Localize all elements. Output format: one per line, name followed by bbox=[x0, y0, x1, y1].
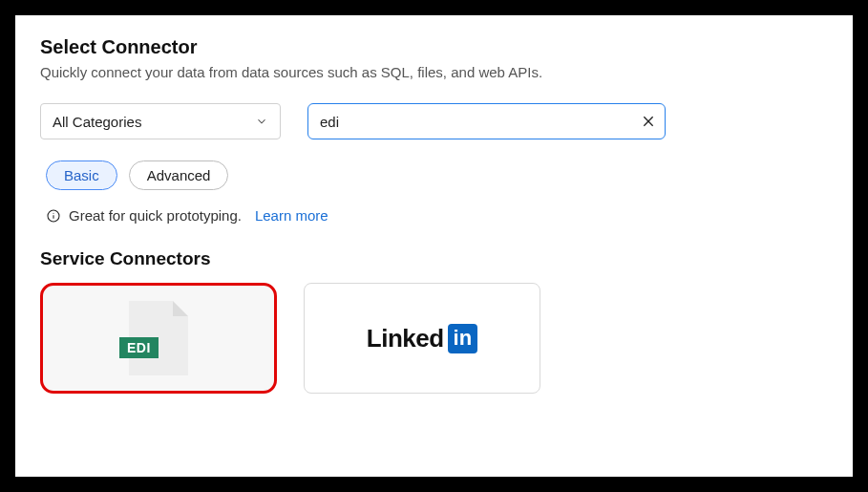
section-heading: Service Connectors bbox=[40, 248, 828, 269]
learn-more-link[interactable]: Learn more bbox=[255, 207, 328, 224]
connector-card-linkedin[interactable]: Linkedin bbox=[304, 283, 540, 394]
search-field-wrap bbox=[307, 103, 666, 139]
category-dropdown[interactable]: All Categories bbox=[40, 103, 281, 139]
basic-pill[interactable]: Basic bbox=[46, 160, 117, 190]
linkedin-logo: Linkedin bbox=[367, 324, 477, 353]
connector-cards: EDI Linkedin bbox=[40, 283, 828, 394]
page-subtitle: Quickly connect your data from data sour… bbox=[40, 64, 828, 80]
close-icon bbox=[641, 114, 656, 129]
page-title: Select Connector bbox=[40, 36, 828, 58]
file-fold-icon bbox=[173, 301, 188, 316]
category-dropdown-label: All Categories bbox=[53, 114, 255, 130]
edi-file-icon: EDI bbox=[129, 301, 188, 375]
advanced-pill[interactable]: Advanced bbox=[129, 160, 229, 190]
connector-card-edi[interactable]: EDI bbox=[40, 283, 277, 394]
svg-point-4 bbox=[53, 212, 53, 213]
info-row: Great for quick prototyping. Learn more bbox=[46, 207, 828, 224]
chevron-down-icon bbox=[255, 115, 268, 128]
mode-toggle: Basic Advanced bbox=[46, 160, 828, 190]
controls-row: All Categories bbox=[40, 103, 828, 139]
edi-badge: EDI bbox=[119, 337, 159, 358]
info-text: Great for quick prototyping. bbox=[69, 207, 242, 224]
clear-search-button[interactable] bbox=[632, 104, 665, 139]
linkedin-text: Linked bbox=[367, 324, 444, 353]
search-input[interactable] bbox=[308, 104, 632, 139]
linkedin-in-badge: in bbox=[448, 324, 478, 353]
info-icon bbox=[46, 208, 61, 224]
connector-panel: Select Connector Quickly connect your da… bbox=[15, 15, 853, 477]
